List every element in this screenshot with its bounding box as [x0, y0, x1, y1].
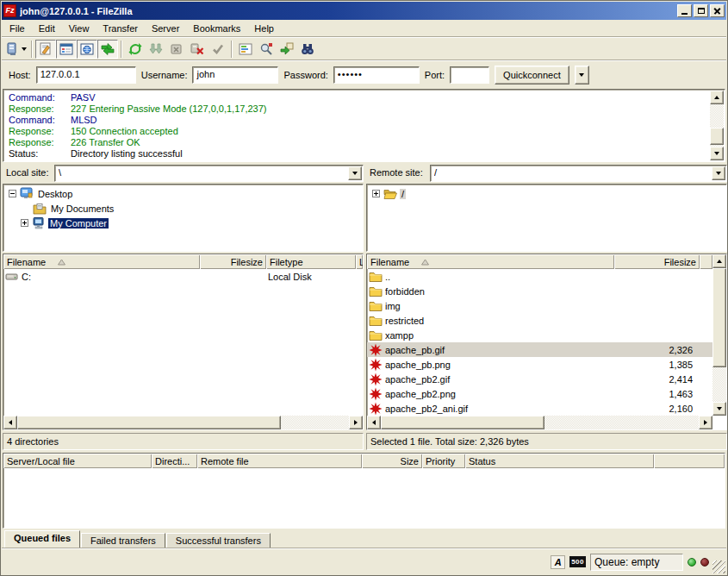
- file-name: restricted: [385, 316, 611, 326]
- minimize-button[interactable]: [677, 4, 692, 17]
- tab-failed-transfers[interactable]: Failed transfers: [81, 533, 165, 548]
- log-line: Status:Directory listing successful: [9, 148, 725, 160]
- dropdown-icon: [716, 172, 721, 175]
- site-manager-button[interactable]: [4, 40, 28, 59]
- local-pane: Local site: \ Desktop My Documents: [3, 165, 364, 450]
- scroll-up-icon[interactable]: [712, 254, 726, 268]
- scroll-down-icon[interactable]: [712, 402, 726, 416]
- local-status-text: 4 directories: [3, 433, 364, 450]
- local-tree-icon: [59, 42, 73, 56]
- scroll-left-icon[interactable]: [367, 416, 381, 429]
- tab-successful-transfers[interactable]: Successful transfers: [166, 533, 271, 548]
- quickconnect-button[interactable]: Quickconnect: [495, 66, 569, 85]
- scroll-thumb[interactable]: [17, 416, 281, 429]
- quickconnect-dropdown-button[interactable]: [575, 66, 589, 85]
- tree-item-my-computer[interactable]: My Computer: [5, 216, 363, 230]
- remote-file-row[interactable]: apache_pb2_ani.gif 2,160: [367, 401, 712, 416]
- remote-file-row[interactable]: xampp: [367, 328, 712, 342]
- tree-label: Desktop: [36, 189, 74, 199]
- toggle-local-tree-button[interactable]: [56, 40, 77, 59]
- menu-help[interactable]: Help: [247, 22, 281, 35]
- local-file-row[interactable]: C: Local Disk: [3, 269, 363, 284]
- local-site-combobox[interactable]: \: [54, 165, 364, 182]
- toggle-transfer-queue-button[interactable]: [97, 40, 118, 59]
- remote-file-row[interactable]: img: [367, 298, 712, 313]
- scroll-down-icon[interactable]: [710, 147, 724, 160]
- cancel-operation-button[interactable]: [166, 40, 187, 59]
- menu-server[interactable]: Server: [145, 22, 186, 35]
- activity-led-green: [688, 558, 696, 567]
- remote-file-row-selected[interactable]: apache_pb.gif 2,326: [367, 342, 712, 357]
- password-input[interactable]: ••••••: [333, 66, 420, 84]
- host-input[interactable]: 127.0.0.1: [36, 66, 136, 84]
- toggle-message-log-button[interactable]: [35, 40, 56, 59]
- combo-dropdown-button[interactable]: [712, 166, 725, 180]
- column-header-filename[interactable]: Filename: [367, 254, 614, 269]
- remote-hscrollbar[interactable]: [367, 416, 712, 429]
- port-input[interactable]: [450, 66, 489, 84]
- column-header-remote-file[interactable]: Remote file: [197, 454, 362, 468]
- log-scrollbar[interactable]: [710, 91, 724, 160]
- scroll-left-icon[interactable]: [3, 416, 17, 429]
- title-bar[interactable]: Fz john@127.0.0.1 - FileZilla: [2, 2, 726, 20]
- refresh-button[interactable]: [125, 40, 146, 59]
- maximize-button[interactable]: [694, 4, 708, 17]
- menu-edit[interactable]: Edit: [32, 22, 62, 35]
- remote-site-combobox[interactable]: /: [430, 165, 727, 182]
- my-computer-icon: [32, 216, 46, 230]
- remote-file-row[interactable]: apache_pb2.png 1,463: [367, 386, 712, 401]
- combo-dropdown-button[interactable]: [348, 166, 362, 180]
- expand-icon[interactable]: [21, 219, 28, 227]
- column-header-direction[interactable]: Directi...: [152, 454, 197, 468]
- remote-file-row[interactable]: apache_pb2.gif 2,414: [367, 372, 712, 386]
- tree-item-root[interactable]: /: [369, 186, 726, 201]
- close-button[interactable]: [710, 4, 725, 17]
- remote-file-row[interactable]: restricted: [367, 313, 712, 328]
- username-input[interactable]: john: [192, 66, 278, 84]
- column-header-priority[interactable]: Priority: [422, 454, 465, 468]
- scroll-thumb[interactable]: [712, 268, 726, 367]
- scroll-right-icon[interactable]: [699, 416, 712, 429]
- tree-item-desktop[interactable]: Desktop: [5, 186, 363, 201]
- synchronized-browsing-button[interactable]: [256, 40, 277, 59]
- remote-file-row[interactable]: ..: [367, 269, 712, 284]
- tab-queued-files[interactable]: Queued files: [4, 530, 80, 548]
- collapse-icon[interactable]: [9, 190, 16, 197]
- tree-label: My Documents: [49, 203, 115, 214]
- scroll-thumb[interactable]: [381, 416, 544, 429]
- column-header-filesize[interactable]: Filesize: [614, 254, 700, 269]
- remote-file-row[interactable]: forbidden: [367, 284, 712, 298]
- column-header-status[interactable]: Status: [465, 454, 654, 468]
- scroll-right-icon[interactable]: [349, 416, 363, 429]
- menu-view[interactable]: View: [62, 22, 96, 35]
- expand-icon[interactable]: [372, 190, 380, 197]
- menu-file[interactable]: File: [3, 22, 32, 35]
- remote-status-text: Selected 1 file. Total size: 2,326 bytes: [366, 433, 727, 450]
- column-header-filesize[interactable]: Filesize: [200, 254, 266, 269]
- local-hscrollbar[interactable]: [3, 416, 363, 429]
- column-header-last-modified[interactable]: L: [356, 254, 363, 269]
- menu-bookmarks[interactable]: Bookmarks: [186, 22, 247, 35]
- filter-button[interactable]: [297, 40, 318, 59]
- remote-tree: /: [366, 184, 727, 252]
- scroll-up-icon[interactable]: [710, 91, 724, 104]
- status-badge-icon: 500: [569, 556, 586, 567]
- scroll-thumb[interactable]: [710, 128, 724, 145]
- remote-file-row[interactable]: apache_pb.png 1,385: [367, 357, 712, 372]
- toggle-remote-tree-button[interactable]: [77, 40, 97, 59]
- column-header-empty: [700, 254, 712, 269]
- directory-comparison-button[interactable]: [235, 40, 256, 59]
- menu-transfer[interactable]: Transfer: [96, 22, 145, 35]
- find-files-button[interactable]: [277, 40, 297, 59]
- column-header-size[interactable]: Size: [362, 454, 422, 468]
- remote-vscrollbar[interactable]: [712, 254, 726, 416]
- column-header-filename[interactable]: Filename: [3, 254, 200, 269]
- column-header-filetype[interactable]: Filetype: [266, 254, 356, 269]
- resize-grip[interactable]: [712, 560, 725, 573]
- reconnect-button[interactable]: [208, 40, 228, 59]
- disconnect-button[interactable]: [187, 40, 208, 59]
- column-header-server-local-file[interactable]: Server/Local file: [3, 454, 152, 468]
- transfer-type-icon: A: [551, 555, 565, 569]
- process-queue-button[interactable]: [146, 40, 166, 59]
- tree-item-my-documents[interactable]: My Documents: [5, 201, 363, 216]
